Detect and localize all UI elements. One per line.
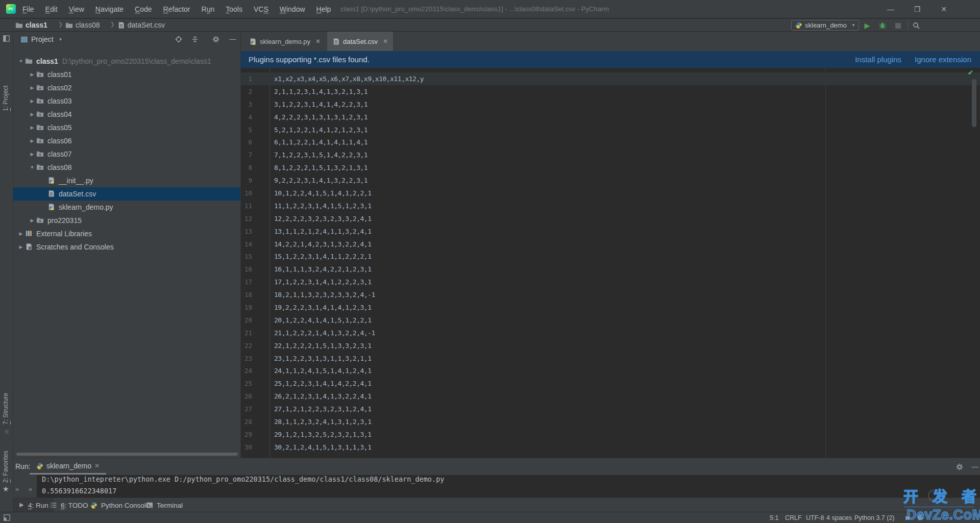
- menu-vcs[interactable]: VCS: [253, 4, 270, 14]
- menu-help[interactable]: Help: [315, 4, 332, 14]
- menu-refactor[interactable]: Refactor: [162, 4, 191, 14]
- editor-tab-sklearn-demo-py[interactable]: sklearn_demo.py✕: [244, 32, 326, 51]
- chevron-collapsed-icon[interactable]: ▶: [28, 72, 36, 77]
- close-icon[interactable]: ✕: [383, 38, 388, 45]
- sidebar-item-structure[interactable]: 7: Structure: [2, 382, 9, 425]
- project-panel-header[interactable]: Project ▼: [13, 32, 240, 47]
- code-line-20[interactable]: 2020,1,2,2,4,1,4,1,5,1,2,2,1: [241, 314, 980, 327]
- hide-run-panel-button[interactable]: —: [971, 463, 979, 471]
- chevron-collapsed-icon[interactable]: ▶: [17, 244, 25, 250]
- code-line-29[interactable]: 2929,1,2,1,3,2,5,2,3,2,1,3,1: [241, 428, 980, 441]
- code-line-6[interactable]: 66,1,1,2,2,1,4,1,4,1,1,4,1: [241, 136, 980, 148]
- chevron-collapsed-icon[interactable]: ▶: [28, 85, 36, 90]
- horizontal-scrollbar[interactable]: [16, 453, 238, 456]
- run-console[interactable]: D:\python_intepreter\python.exe D:/pytho…: [37, 475, 980, 498]
- star-icon[interactable]: ★: [3, 485, 9, 493]
- menu-tools[interactable]: Tools: [225, 4, 243, 14]
- tree-item-class03[interactable]: ▶class03: [13, 94, 240, 108]
- search-everywhere-button[interactable]: [912, 21, 921, 30]
- tree-item-class06[interactable]: ▶class06: [13, 134, 240, 147]
- code-line-4[interactable]: 44,2,2,2,3,1,3,1,3,1,2,3,1: [241, 111, 980, 123]
- code-line-5[interactable]: 55,2,1,2,2,1,4,1,2,1,2,3,1: [241, 123, 980, 136]
- chevron-collapsed-icon[interactable]: ▶: [17, 231, 25, 236]
- tree-item-scratches-and-consoles[interactable]: ▶Scratches and Consoles: [13, 240, 240, 254]
- code-line-24[interactable]: 2424,1,1,2,4,1,5,1,4,1,2,4,1: [241, 364, 980, 377]
- tree-item-class08[interactable]: ▼class08: [13, 161, 240, 174]
- code-line-8[interactable]: 88,1,2,2,2,1,5,1,3,2,1,3,1: [241, 161, 980, 174]
- run-button[interactable]: ▶: [863, 21, 872, 30]
- chevron-collapsed-icon[interactable]: ▶: [28, 125, 36, 130]
- tree-item-sklearn-demo-py[interactable]: sklearn_demo.py: [13, 201, 240, 214]
- code-line-18[interactable]: 1818,2,1,1,3,2,3,2,3,3,2,4,-1: [241, 288, 980, 301]
- code-line-19[interactable]: 1919,2,2,2,3,1,4,1,4,1,2,3,1: [241, 301, 980, 314]
- menu-window[interactable]: Window: [279, 4, 306, 14]
- collapse-all-button[interactable]: [191, 35, 199, 43]
- tree-item-class05[interactable]: ▶class05: [13, 121, 240, 134]
- sidebar-item-project[interactable]: 1: Project: [2, 74, 9, 111]
- console-fold-icon[interactable]: »: [15, 485, 19, 493]
- run-configuration-select[interactable]: sklearn_demo ▼: [791, 20, 859, 31]
- close-icon[interactable]: ✕: [94, 462, 100, 469]
- code-line-17[interactable]: 1717,1,2,2,3,1,4,1,2,2,2,3,1: [241, 276, 980, 288]
- chevron-expanded-icon[interactable]: ▼: [28, 165, 36, 170]
- tree-item-dataset-csv[interactable]: dataSet.csv: [13, 187, 240, 201]
- code-line-14[interactable]: 1414,2,2,1,4,2,3,1,3,2,2,4,1: [241, 238, 980, 251]
- code-line-13[interactable]: 1313,1,1,2,1,2,4,1,1,3,2,4,1: [241, 225, 980, 238]
- status-line-separator[interactable]: CRLF: [785, 514, 802, 521]
- inspection-ok-icon[interactable]: ✔: [968, 69, 973, 77]
- code-line-21[interactable]: 2121,1,2,2,2,1,4,1,3,2,2,4,-1: [241, 327, 980, 339]
- breadcrumb-item[interactable]: class1: [15, 21, 47, 29]
- debug-button[interactable]: [878, 21, 887, 30]
- status-caret-position[interactable]: 5:1: [770, 514, 778, 521]
- menu-run[interactable]: Run: [201, 4, 216, 14]
- chevron-collapsed-icon[interactable]: ▶: [28, 152, 36, 157]
- tree-item-class04[interactable]: ▶class04: [13, 108, 240, 121]
- minimize-button[interactable]: —: [882, 3, 899, 15]
- maximize-button[interactable]: ❐: [909, 3, 926, 15]
- code-line-12[interactable]: 1212,2,2,2,3,2,3,2,3,3,2,4,1: [241, 212, 980, 225]
- chevron-collapsed-icon[interactable]: ▶: [28, 218, 36, 223]
- chevron-collapsed-icon[interactable]: ▶: [28, 112, 36, 117]
- locate-file-button[interactable]: [175, 35, 183, 43]
- code-line-25[interactable]: 2525,1,2,2,3,1,4,1,4,2,2,4,1: [241, 377, 980, 390]
- code-line-1[interactable]: 1x1,x2,x3,x4,x5,x6,x7,x8,x9,x10,x11,x12,…: [241, 72, 980, 85]
- code-line-2[interactable]: 22,1,1,2,3,1,4,1,3,2,1,3,1: [241, 85, 980, 98]
- ignore-extension-link[interactable]: Ignore extension: [915, 55, 971, 64]
- status-python-interpreter[interactable]: Python 3.7 (2): [854, 514, 895, 521]
- breadcrumb-item[interactable]: dataSet.csv: [117, 21, 165, 29]
- code-line-15[interactable]: 1515,1,2,2,3,1,4,1,1,2,2,2,1: [241, 250, 980, 263]
- code-line-11[interactable]: 1111,1,2,2,3,1,4,1,5,1,2,3,1: [241, 200, 980, 212]
- tool-window-switcher-icon[interactable]: [3, 514, 11, 521]
- install-plugins-link[interactable]: Install plugins: [855, 55, 901, 64]
- code-line-16[interactable]: 1616,1,1,1,3,2,4,2,2,1,2,3,1: [241, 263, 980, 276]
- code-line-3[interactable]: 33,1,2,2,3,1,4,1,4,2,2,3,1: [241, 98, 980, 111]
- editor-tab-dataset-csv[interactable]: dataSet.csv✕: [327, 32, 393, 51]
- code-line-28[interactable]: 2828,1,1,2,3,2,4,1,3,1,2,3,1: [241, 415, 980, 428]
- sidebar-item-favorites[interactable]: 2: Favorites: [2, 439, 9, 483]
- menu-file[interactable]: File: [21, 4, 35, 14]
- menu-edit[interactable]: Edit: [44, 4, 59, 14]
- run-settings-button[interactable]: [955, 463, 964, 471]
- event-log-ghost-icon[interactable]: [917, 514, 924, 521]
- menu-view[interactable]: View: [68, 4, 85, 14]
- code-line-30[interactable]: 3030,2,1,2,4,1,5,1,3,1,1,3,1: [241, 441, 980, 454]
- chevron-expanded-icon[interactable]: ▼: [17, 59, 25, 64]
- code-line-9[interactable]: 99,2,2,2,3,1,4,1,3,2,2,3,1: [241, 174, 980, 187]
- tree-item--init-py[interactable]: __init__.py: [13, 174, 240, 187]
- hide-panel-button[interactable]: —: [229, 35, 237, 43]
- readonly-lock-icon[interactable]: [904, 515, 911, 521]
- run-tab[interactable]: sklearn_demo ✕: [36, 462, 100, 470]
- code-line-23[interactable]: 2323,1,2,2,3,1,3,1,1,3,2,1,1: [241, 352, 980, 365]
- code-line-10[interactable]: 1010,1,2,2,4,1,5,1,4,1,2,2,1: [241, 187, 980, 200]
- tree-item-class01[interactable]: ▶class01: [13, 68, 240, 81]
- chevron-collapsed-icon[interactable]: ▶: [28, 138, 36, 143]
- toolwindow-button-terminal[interactable]: Terminal: [141, 498, 188, 512]
- stop-button[interactable]: [893, 21, 902, 30]
- tree-item-class02[interactable]: ▶class02: [13, 81, 240, 94]
- status-indent-style[interactable]: 4 spaces: [826, 514, 852, 521]
- chevron-collapsed-icon[interactable]: ▶: [28, 98, 36, 104]
- code-line-22[interactable]: 2222,1,2,2,2,1,5,1,3,3,2,3,1: [241, 339, 980, 352]
- breadcrumb-item[interactable]: class08: [65, 21, 100, 29]
- code-line-27[interactable]: 2727,1,2,1,2,2,3,2,3,1,2,4,1: [241, 403, 980, 415]
- code-line-26[interactable]: 2626,2,1,2,3,1,4,1,3,2,2,4,1: [241, 390, 980, 403]
